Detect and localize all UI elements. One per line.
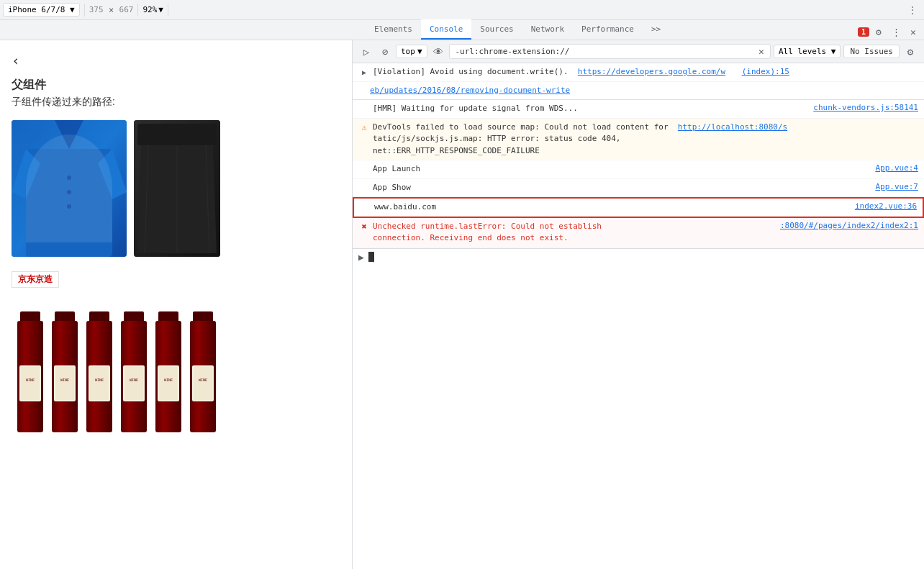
zoom-level: 92% <box>142 5 157 14</box>
filter-input-container[interactable]: -url:chrome-extension:// ✕ <box>449 44 771 59</box>
tab-console[interactable]: Console <box>421 19 471 40</box>
swap-dimensions-icon[interactable]: × <box>105 4 118 17</box>
block-icon[interactable]: ⊘ <box>377 44 393 60</box>
device-selector[interactable]: iPhone 6/7/8 ▼ <box>3 3 80 17</box>
violation-message-content: [Violation] Avoid using document.write()… <box>373 66 918 78</box>
black-skirt-image <box>134 120 220 257</box>
violation-text-1: [Violation] Avoid using document.write()… <box>373 67 573 76</box>
filter-input-value: -url:chrome-extension:// <box>456 47 756 56</box>
console-message-hmr[interactable]: [HMR] Waiting for update signal from WDS… <box>353 100 924 119</box>
baidu-text: www.baidu.com <box>374 202 436 211</box>
devtools-close-icon[interactable]: ✕ <box>905 24 921 40</box>
svg-rect-30 <box>158 311 178 322</box>
separator-1 <box>84 4 85 17</box>
viewport-height: 667 <box>119 5 134 14</box>
tab-performance-label: Performance <box>581 24 634 34</box>
expand-icon[interactable]: ▶ <box>358 66 370 78</box>
app-show-source[interactable]: App.vue:7 <box>864 182 918 191</box>
console-message-baidu[interactable]: www.baidu.com index2.vue:36 <box>353 197 924 218</box>
devtools-settings-icon[interactable]: ⚙ <box>871 24 887 40</box>
console-prompt-icon: ▶ <box>358 252 364 263</box>
context-selector[interactable]: top ▼ <box>396 45 427 58</box>
viewport-width: 375 <box>89 5 104 14</box>
svg-point-3 <box>67 190 71 194</box>
context-dropdown-icon: ▼ <box>417 47 422 56</box>
error-source[interactable]: :8080/#/pages/index2/index2:1 <box>769 221 918 230</box>
error-count-badge: 1 <box>858 27 869 37</box>
tab-network-label: Network <box>531 24 564 34</box>
expand-console-icon[interactable]: ▷ <box>358 44 374 60</box>
console-message-app-launch[interactable]: App Launch App.vue:4 <box>353 160 924 179</box>
svg-rect-6 <box>137 124 217 145</box>
console-message-violation[interactable]: ▶ [Violation] Avoid using document.write… <box>353 63 924 82</box>
log-levels-selector[interactable]: All levels ▼ <box>774 45 841 58</box>
svg-text:WINE: WINE <box>164 378 173 382</box>
error-message-content: Unchecked runtime.lastError: Could not e… <box>373 221 769 245</box>
warning-text-3: net::ERR_HTTP_RESPONSE_CODE_FAILURE <box>373 146 540 155</box>
violation-link[interactable]: https://developers.google.com/w <box>578 67 725 76</box>
no-issues-badge: No Issues <box>843 45 900 58</box>
hmr-text: [HMR] Waiting for update signal from WDS… <box>373 104 578 113</box>
tab-elements-label: Elements <box>374 24 412 34</box>
console-message-warning[interactable]: ⚠ DevTools failed to load source map: Co… <box>353 119 924 161</box>
back-button[interactable]: ‹ <box>12 52 340 69</box>
filter-clear-icon[interactable]: ✕ <box>758 46 764 57</box>
hmr-source[interactable]: chunk-vendors.js:58141 <box>802 103 918 112</box>
wine-bottles-svg: WINE WINE WINE <box>12 293 220 437</box>
devtools-more-icon[interactable]: ⋮ <box>888 24 904 40</box>
main-layout: ‹ 父组件 子组件传递过来的路径: <box>0 40 924 569</box>
tab-elements[interactable]: Elements <box>366 19 421 40</box>
app-launch-icon <box>358 163 370 175</box>
violation-sub-message: eb/updates/2016/08/removing-document-wri… <box>353 82 924 101</box>
console-settings-icon[interactable]: ⚙ <box>902 44 918 60</box>
context-value: top <box>401 47 415 56</box>
page-subtitle: 子组件传递过来的路径: <box>12 96 340 109</box>
warning-text: DevTools failed to load source map: Coul… <box>373 122 673 132</box>
tab-network[interactable]: Network <box>522 19 573 40</box>
zoom-selector[interactable]: 92% ▼ <box>142 5 163 14</box>
console-toolbar: ▷ ⊘ top ▼ 👁 -url:chrome-extension:// ✕ A… <box>353 40 924 63</box>
svg-rect-18 <box>55 367 74 400</box>
app-show-text: App Show <box>373 183 411 192</box>
svg-rect-20 <box>89 311 109 322</box>
tab-icons-group: 1 ⚙ ⋮ ✕ <box>858 24 924 40</box>
more-options-icon[interactable]: ⋮ <box>904 1 921 19</box>
svg-text:WINE: WINE <box>60 378 69 382</box>
product-images-row <box>12 120 340 257</box>
device-name: iPhone 6/7/8 ▼ <box>8 5 75 14</box>
app-launch-text: App Launch <box>373 164 420 173</box>
violation-source[interactable]: (index):15 <box>730 67 789 76</box>
console-input-row[interactable]: ▶ <box>353 248 924 265</box>
console-message-app-show[interactable]: App Show App.vue:7 <box>353 179 924 198</box>
baidu-source[interactable]: index2.vue:36 <box>843 201 917 211</box>
console-message-error[interactable]: ✖ Unchecked runtime.lastError: Could not… <box>353 218 924 248</box>
svg-point-2 <box>67 176 71 180</box>
svg-rect-33 <box>159 367 178 400</box>
app-show-icon <box>358 182 370 194</box>
svg-rect-25 <box>124 311 144 322</box>
warning-link[interactable]: http://localhost:8080/s <box>678 122 787 132</box>
baidu-msg-icon <box>360 201 371 213</box>
svg-rect-15 <box>55 311 75 322</box>
tab-sources[interactable]: Sources <box>471 19 522 40</box>
tab-performance[interactable]: Performance <box>573 19 643 40</box>
jd-brand-row: 京东京造 <box>12 271 340 288</box>
separator-2 <box>137 4 138 17</box>
mobile-preview-panel: ‹ 父组件 子组件传递过来的路径: <box>0 40 353 569</box>
app-launch-source[interactable]: App.vue:4 <box>864 163 918 173</box>
console-cursor <box>368 252 374 262</box>
warning-message-content: DevTools failed to load source map: Coul… <box>373 122 918 158</box>
tab-more[interactable]: >> <box>643 19 669 40</box>
tab-more-label: >> <box>651 24 661 34</box>
jd-brand-badge: 京东京造 <box>12 271 59 288</box>
page-title: 父组件 <box>12 78 340 93</box>
zoom-dropdown-icon: ▼ <box>158 5 163 14</box>
warning-icon: ⚠ <box>358 122 370 133</box>
svg-rect-35 <box>193 311 213 322</box>
hmr-icon <box>358 103 370 114</box>
devtools-tab-bar: Elements Console Sources Network Perform… <box>0 20 924 40</box>
svg-rect-38 <box>194 367 212 400</box>
eye-icon[interactable]: 👁 <box>430 44 446 60</box>
violation-sub-link[interactable]: eb/updates/2016/08/removing-document-wri… <box>370 86 570 95</box>
hmr-message-content: [HMR] Waiting for update signal from WDS… <box>373 103 802 115</box>
